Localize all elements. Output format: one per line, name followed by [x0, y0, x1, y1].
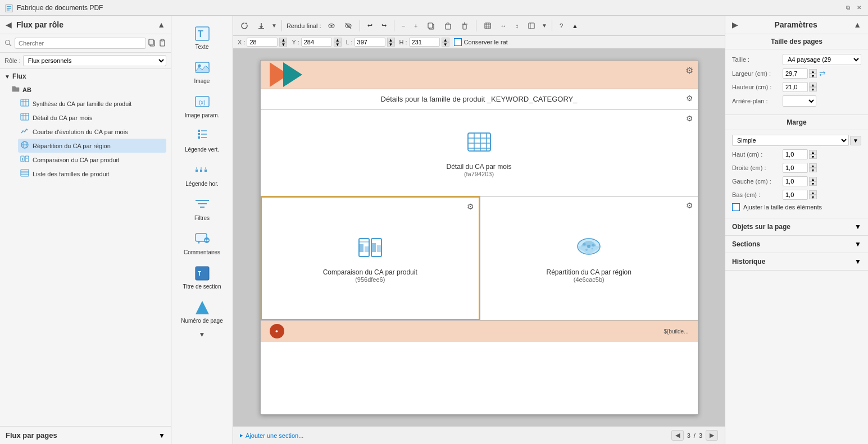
- close-btn[interactable]: ✕: [855, 3, 864, 12]
- right-expand-btn[interactable]: ▶: [732, 20, 738, 29]
- repartition-settings-icon[interactable]: ⚙: [686, 201, 693, 210]
- h-spinners[interactable]: ▲ ▼: [442, 38, 449, 47]
- download-dropdown[interactable]: ▼: [271, 22, 277, 29]
- flux-item-liste[interactable]: Liste des familles de produit: [18, 167, 166, 181]
- plus-btn[interactable]: +: [411, 21, 420, 31]
- droite-up[interactable]: ▲: [809, 163, 817, 168]
- add-section-btn[interactable]: ▸ Ajouter une section...: [240, 432, 303, 439]
- hauteur-up[interactable]: ▲: [809, 83, 817, 87]
- paste-btn2[interactable]: [441, 20, 455, 31]
- flux-par-pages-footer[interactable]: Flux par pages ▼: [0, 426, 171, 444]
- width-btn[interactable]: ↔: [498, 21, 510, 31]
- haut-down[interactable]: ▼: [809, 154, 817, 159]
- x-input[interactable]: [247, 38, 278, 47]
- comparaison-cell[interactable]: ⚙ Comparaison: [261, 196, 480, 320]
- y-input[interactable]: [301, 38, 332, 47]
- title-settings-icon[interactable]: ⚙: [686, 94, 693, 103]
- l-down[interactable]: ▼: [387, 42, 395, 47]
- visibility-btn[interactable]: [342, 20, 355, 31]
- bas-down[interactable]: ▼: [809, 195, 817, 199]
- prev-page-btn[interactable]: ◀: [671, 430, 684, 441]
- gauche-input[interactable]: [783, 176, 808, 186]
- restore-btn[interactable]: ⧉: [843, 3, 852, 12]
- paste-btn[interactable]: [158, 39, 166, 48]
- hauteur-input[interactable]: [783, 82, 808, 92]
- widget-legende-vert[interactable]: Légende vert.: [174, 124, 230, 156]
- refresh-btn[interactable]: [238, 20, 251, 31]
- marge-dropdown-btn[interactable]: ▼: [850, 136, 861, 145]
- conserver-checkbox[interactable]: [454, 38, 462, 46]
- largeur-down[interactable]: ▼: [809, 74, 817, 78]
- undo-btn[interactable]: ↩: [365, 20, 375, 31]
- widget-commentaires[interactable]: Commentaires: [174, 227, 230, 259]
- h-input[interactable]: [409, 38, 440, 47]
- historique-section-header[interactable]: Historique ▼: [725, 253, 868, 270]
- largeur-input[interactable]: [783, 68, 808, 79]
- resize-btn[interactable]: [481, 20, 494, 31]
- flux-section-header[interactable]: ▼ Flux: [4, 72, 166, 80]
- l-spinners[interactable]: ▲ ▼: [387, 38, 395, 47]
- copy-btn[interactable]: [148, 39, 156, 48]
- widget-numero-page[interactable]: Numéro de page: [174, 295, 230, 327]
- ajuster-checkbox[interactable]: [732, 203, 740, 211]
- h-down[interactable]: ▼: [442, 42, 449, 47]
- flux-item-comparaison[interactable]: Comparaison du CA par produit: [18, 153, 166, 167]
- redo-btn[interactable]: ↪: [379, 20, 389, 31]
- haut-up[interactable]: ▲: [809, 150, 817, 154]
- l-input[interactable]: [355, 38, 385, 47]
- bas-btns[interactable]: ▲ ▼: [809, 190, 817, 199]
- repartition-cell[interactable]: ⚙: [480, 196, 698, 320]
- detail-settings-icon[interactable]: ⚙: [686, 114, 693, 123]
- widget-texte[interactable]: T Texte: [174, 21, 230, 53]
- align-dropdown[interactable]: ▼: [542, 22, 547, 29]
- copy-btn2[interactable]: [424, 20, 438, 31]
- objets-section-header[interactable]: Objets sur la page ▼: [725, 218, 868, 235]
- x-spinners[interactable]: ▲ ▼: [279, 38, 287, 47]
- next-page-btn[interactable]: ▶: [706, 430, 718, 441]
- taille-select[interactable]: A4 paysage (29: [783, 54, 861, 65]
- download-btn[interactable]: [255, 20, 268, 31]
- flux-item-courbe[interactable]: Courbe d'évolution du CA par mois: [18, 125, 166, 139]
- gauche-down[interactable]: ▼: [809, 181, 817, 186]
- widget-filtres[interactable]: Filtres: [174, 193, 230, 225]
- droite-down[interactable]: ▼: [809, 168, 817, 172]
- flux-item-detail[interactable]: Détail du CA par mois: [18, 111, 166, 125]
- up-btn[interactable]: ▲: [569, 21, 581, 31]
- arriere-select[interactable]: [783, 95, 816, 107]
- search-input[interactable]: [15, 38, 146, 49]
- hauteur-down[interactable]: ▼: [809, 87, 817, 91]
- gauche-btns[interactable]: ▲ ▼: [809, 177, 817, 186]
- y-spinners[interactable]: ▲ ▼: [334, 38, 342, 47]
- largeur-up[interactable]: ▲: [809, 69, 817, 74]
- largeur-btns[interactable]: ▲ ▼: [809, 69, 817, 78]
- align-btn[interactable]: [525, 20, 538, 31]
- bas-input[interactable]: [783, 190, 808, 200]
- height-btn[interactable]: ↕: [513, 21, 522, 31]
- flux-item-repartition[interactable]: Répartition du CA par région: [18, 139, 166, 153]
- comparaison-settings-icon[interactable]: ⚙: [467, 202, 474, 211]
- widget-titre-section[interactable]: T Titre de section: [174, 261, 230, 293]
- droite-btns[interactable]: ▲ ▼: [809, 163, 817, 172]
- flux-group-header-ab[interactable]: AB: [9, 83, 166, 97]
- eye-btn[interactable]: [325, 20, 338, 31]
- droite-input[interactable]: [783, 163, 808, 173]
- flux-item-synthese[interactable]: Synthèse du CA par famille de produit: [18, 97, 166, 111]
- haut-btns[interactable]: ▲ ▼: [809, 150, 817, 159]
- widget-image-param[interactable]: (x) Image param.: [174, 90, 230, 122]
- bas-up[interactable]: ▲: [809, 190, 817, 195]
- delete-btn[interactable]: [458, 20, 471, 31]
- minus-btn[interactable]: −: [399, 21, 408, 31]
- haut-input[interactable]: [783, 149, 808, 159]
- x-down[interactable]: ▼: [279, 42, 287, 47]
- widget-legende-hor[interactable]: Légende hor.: [174, 158, 230, 190]
- sections-section-header[interactable]: Sections ▼: [725, 236, 868, 253]
- gauche-up[interactable]: ▲: [809, 177, 817, 181]
- help-btn[interactable]: ?: [557, 21, 566, 31]
- sidebar-collapse-btn[interactable]: ◀: [6, 20, 12, 29]
- window-controls[interactable]: ⧉ ✕: [843, 3, 864, 12]
- role-select[interactable]: Flux personnels: [23, 55, 166, 66]
- right-collapse-btn[interactable]: ▲: [853, 20, 861, 29]
- header-settings-icon[interactable]: ⚙: [685, 65, 693, 76]
- widget-scroll-down[interactable]: ▼: [171, 328, 233, 341]
- sidebar-expand-btn[interactable]: ▲: [157, 20, 165, 29]
